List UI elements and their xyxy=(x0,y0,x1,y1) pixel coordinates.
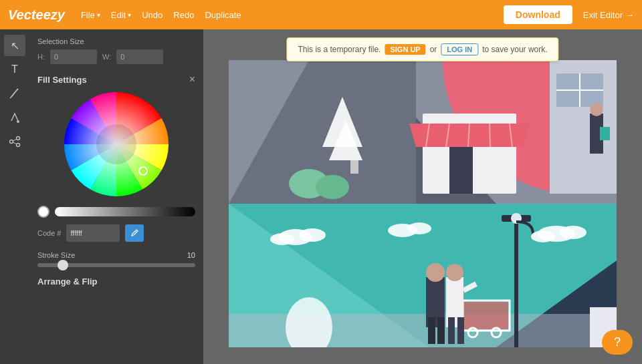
bw-slider-track[interactable] xyxy=(55,207,195,216)
save-suffix-text: to save your work. xyxy=(482,45,547,54)
illustration-svg xyxy=(229,60,617,347)
svg-point-48 xyxy=(299,228,326,242)
arrow-right-icon xyxy=(625,10,634,20)
svg-line-23 xyxy=(490,124,490,147)
svg-point-51 xyxy=(407,222,431,234)
sign-up-button[interactable]: SIGN UP xyxy=(385,44,425,55)
bw-circle xyxy=(37,206,49,218)
nav-redo[interactable]: Redo xyxy=(173,10,194,20)
svg-point-29 xyxy=(316,175,349,199)
bw-slider-row xyxy=(37,206,195,218)
svg-rect-67 xyxy=(448,317,455,344)
svg-line-7 xyxy=(13,139,17,141)
help-icon: ? xyxy=(614,335,621,349)
color-code-row: Code # xyxy=(37,224,195,242)
svg-point-62 xyxy=(426,263,445,282)
nav-edit[interactable]: Edit ▾ xyxy=(111,10,131,20)
svg-line-8 xyxy=(13,142,17,144)
download-button[interactable]: Download xyxy=(504,5,572,24)
eyedropper-button[interactable] xyxy=(125,224,144,242)
stroke-size-value: 10 xyxy=(187,251,195,259)
svg-rect-39 xyxy=(600,127,610,140)
width-label: W: xyxy=(102,53,111,61)
svg-rect-63 xyxy=(428,317,435,344)
stroke-size-label: Stroke Size xyxy=(37,251,75,259)
color-wheel-cursor xyxy=(138,166,148,176)
svg-line-1 xyxy=(10,97,11,98)
select-tool-button[interactable]: ↖ xyxy=(4,35,25,56)
height-input[interactable] xyxy=(50,49,97,64)
nav-file[interactable]: File ▾ xyxy=(81,10,100,20)
text-tool-button[interactable]: T xyxy=(4,59,25,80)
fill-tool-button[interactable] xyxy=(4,107,25,128)
svg-point-66 xyxy=(446,264,463,281)
node-tool-button[interactable] xyxy=(4,131,25,152)
svg-line-2 xyxy=(17,89,18,90)
color-wheel-svg xyxy=(63,91,170,198)
svg-point-6 xyxy=(17,144,20,147)
node-icon xyxy=(9,136,21,148)
svg-point-3 xyxy=(17,120,19,123)
color-wheel[interactable] xyxy=(63,91,170,198)
svg-line-11 xyxy=(135,231,136,232)
svg-point-49 xyxy=(270,233,294,245)
fill-settings-header: Fill Settings × xyxy=(37,73,195,85)
stroke-slider-thumb[interactable] xyxy=(58,260,68,270)
svg-point-4 xyxy=(10,140,13,144)
or-text: or xyxy=(430,45,437,54)
side-panel: Selection Size H: W: Fill Settings × xyxy=(29,29,203,364)
svg-point-5 xyxy=(17,137,20,140)
canvas-area[interactable]: This is a temporary file. SIGN UP or LOG… xyxy=(203,29,642,364)
height-label: H: xyxy=(37,53,45,61)
svg-point-53 xyxy=(560,226,586,239)
stroke-size-row: Stroke Size 10 xyxy=(37,251,195,259)
exit-editor-button[interactable]: Exit Editor xyxy=(583,10,634,20)
color-code-input[interactable] xyxy=(66,224,120,242)
nav-undo[interactable]: Undo xyxy=(142,10,163,20)
logo[interactable]: Vecteezy xyxy=(8,7,65,23)
eyedropper-icon xyxy=(130,228,139,238)
temp-file-banner: This is a temporary file. SIGN UP or LOG… xyxy=(286,37,558,61)
left-toolbar: ↖ T xyxy=(0,29,29,364)
edit-chevron-icon: ▾ xyxy=(128,11,131,19)
main-layout: ↖ T Selection xyxy=(0,29,642,364)
illustration-canvas[interactable] xyxy=(229,60,617,347)
nav-duplicate[interactable]: Duplicate xyxy=(205,10,241,20)
temp-file-text: This is a temporary file. xyxy=(298,45,381,54)
selection-size-label: Selection Size xyxy=(37,37,195,45)
svg-rect-27 xyxy=(350,160,358,174)
selection-size-row: H: W: xyxy=(37,49,195,64)
arrange-flip-label: Arrange & Flip xyxy=(37,277,195,287)
svg-point-38 xyxy=(590,103,603,116)
svg-line-0 xyxy=(11,90,17,97)
help-button[interactable]: ? xyxy=(602,330,633,355)
pencil-tool-button[interactable] xyxy=(4,83,25,104)
color-code-label: Code # xyxy=(37,229,61,237)
header: Vecteezy File ▾ Edit ▾ Undo Redo Duplica… xyxy=(0,0,642,29)
svg-rect-68 xyxy=(457,317,464,344)
svg-rect-17 xyxy=(449,147,473,194)
svg-point-10 xyxy=(96,124,136,164)
stroke-slider-track[interactable] xyxy=(37,263,195,267)
file-chevron-icon: ▾ xyxy=(97,11,100,19)
fill-icon xyxy=(9,112,21,124)
width-input[interactable] xyxy=(116,49,163,64)
pencil-icon xyxy=(9,87,21,100)
svg-rect-64 xyxy=(437,317,445,344)
fill-settings-label: Fill Settings xyxy=(37,75,87,85)
fill-settings-close-button[interactable]: × xyxy=(189,73,195,85)
svg-point-54 xyxy=(531,230,555,242)
log-in-button[interactable]: LOG IN xyxy=(441,43,478,55)
svg-rect-58 xyxy=(464,302,508,329)
